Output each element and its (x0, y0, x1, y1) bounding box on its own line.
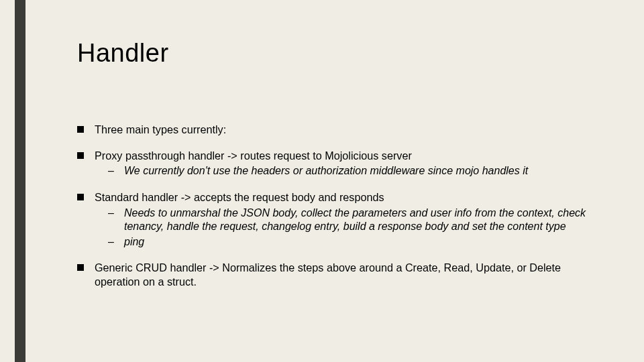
bullet-list: Three main types currently: Proxy passth… (77, 123, 607, 289)
bullet-text: Three main types currently: (95, 123, 226, 135)
bullet-text: Standard handler -> accepts the request … (95, 191, 384, 203)
sub-item: ping (95, 235, 607, 249)
bullet-item: Generic CRUD handler -> Normalizes the s… (77, 261, 607, 288)
bullet-text: Proxy passthrough handler -> routes requ… (95, 149, 412, 162)
bullet-text: Generic CRUD handler -> Normalizes the s… (95, 261, 561, 288)
sub-text: Needs to unmarshal the JSON body, collec… (124, 207, 586, 232)
slide-content: Handler Three main types currently: Prox… (77, 39, 607, 301)
sub-item: We currently don't use the headers or au… (95, 164, 607, 178)
bullet-item: Standard handler -> accepts the request … (77, 190, 607, 249)
slide-title: Handler (77, 39, 607, 68)
sub-list: We currently don't use the headers or au… (95, 164, 607, 178)
sub-item: Needs to unmarshal the JSON body, collec… (95, 206, 607, 234)
sub-list: Needs to unmarshal the JSON body, collec… (95, 206, 607, 249)
bullet-item: Proxy passthrough handler -> routes requ… (77, 149, 607, 178)
sub-text: ping (124, 236, 144, 247)
sub-text: We currently don't use the headers or au… (124, 165, 528, 176)
bullet-item: Three main types currently: (77, 123, 607, 137)
accent-stripe (15, 0, 25, 362)
